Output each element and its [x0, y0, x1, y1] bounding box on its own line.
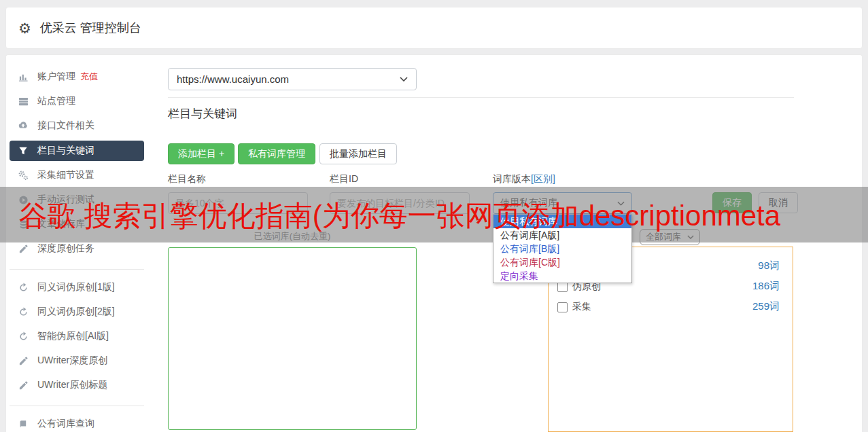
sidebar-item-collection-settings[interactable]: 采集细节设置 — [10, 165, 144, 185]
sidebar-item-label: 采集细节设置 — [37, 169, 94, 181]
lexicon-word-count[interactable]: 98词 — [714, 259, 780, 272]
app-title: 优采云 管理控制台 — [40, 20, 141, 36]
sidebar-item-uwriter-deep-original[interactable]: UWriter深度原创 — [10, 350, 144, 371]
site-url-value: https://www.ucaiyun.com — [177, 73, 289, 85]
sidebar-divider — [10, 406, 144, 406]
book-icon — [18, 418, 29, 429]
add-column-button[interactable]: 添加栏目 + — [168, 143, 235, 164]
sidebar-item-synonym-rewrite-v1[interactable]: 同义词伪原创[1版] — [10, 277, 144, 298]
sidebar-item-label: 账户管理 — [37, 71, 75, 83]
sidebar-item-columns-keywords[interactable]: 栏目与关键词 — [10, 141, 144, 161]
sidebar-item-interface-files[interactable]: 接口文件相关 — [10, 115, 144, 136]
server-icon — [18, 96, 29, 107]
dropdown-option-targeted-collection[interactable]: 定向采集 — [493, 269, 631, 283]
sidebar-item-account-management[interactable]: 账户管理充值 — [10, 67, 144, 87]
sidebar-item-label: UWriter原创标题 — [37, 379, 107, 391]
recharge-badge[interactable]: 充值 — [80, 71, 98, 83]
checkbox[interactable] — [557, 282, 568, 292]
refresh-icon — [18, 331, 29, 342]
sidebar-item-public-lexicon-query[interactable]: 公有词库查询 — [10, 414, 144, 432]
dropdown-option-public-lexicon-b[interactable]: 公有词库[B版] — [493, 242, 631, 255]
page: ⚙ 优采云 管理控制台 账户管理充值站点管理接口文件相关栏目与关键词采集细节设置… — [0, 0, 868, 432]
gears-icon — [18, 170, 29, 181]
lexicon-row-label: 采集 — [572, 301, 591, 313]
batch-add-button[interactable]: 批量添加栏目 — [319, 143, 397, 164]
sidebar-divider — [10, 269, 144, 270]
overlay-caption: 谷歌 搜索引擎优化指南(为你每一张网页添加descriptionmeta — [19, 199, 780, 233]
column-id-label: 栏目ID — [330, 173, 358, 185]
lexicon-version-diff-link[interactable]: [区别] — [531, 173, 555, 184]
sidebar-item-label: 智能伪原创[AI版] — [37, 330, 109, 342]
sidebar-item-label: 接口文件相关 — [37, 120, 94, 132]
lexicon-word-count[interactable]: 186词 — [714, 280, 780, 293]
page-title: 栏目与关键词 — [168, 106, 237, 122]
sidebar-item-label: 深度原创任务 — [37, 242, 94, 255]
edit-icon — [18, 355, 29, 366]
site-url-select[interactable]: https://www.ucaiyun.com — [168, 68, 417, 90]
lexicon-row-row-3: 采集259词 — [557, 300, 782, 314]
sidebar-item-label: 公有词库查询 — [37, 418, 94, 430]
checkbox[interactable] — [557, 302, 568, 312]
app-header: ⚙ 优采云 管理控制台 — [5, 7, 863, 49]
sidebar-item-synonym-rewrite-v2[interactable]: 同义词伪原创[2版] — [10, 302, 144, 322]
sidebar-item-label: 同义词伪原创[2版] — [37, 306, 115, 318]
lexicon-word-count[interactable]: 259词 — [714, 300, 780, 313]
private-lexicon-button[interactable]: 私有词库管理 — [238, 143, 315, 164]
cloud-upload-icon — [18, 120, 29, 131]
selected-lexicon-box[interactable] — [168, 247, 417, 430]
chevron-down-icon — [400, 77, 408, 82]
lexicon-version-label: 词库版本[区别] — [493, 173, 555, 185]
edit-icon — [18, 243, 29, 254]
funnel-icon — [18, 145, 29, 156]
refresh-icon — [18, 282, 29, 293]
sidebar-item-ai-rewrite[interactable]: 智能伪原创[AI版] — [10, 326, 144, 346]
sidebar-item-label: UWriter深度原创 — [37, 355, 107, 367]
sidebar-item-label: 同义词伪原创[1版] — [37, 281, 115, 293]
bar-chart-icon — [18, 71, 29, 82]
refresh-icon — [18, 306, 29, 317]
edit-icon — [18, 380, 29, 391]
gear-icon: ⚙ — [18, 21, 31, 35]
sidebar-item-label: 栏目与关键词 — [37, 145, 94, 157]
divider — [168, 97, 794, 98]
dropdown-option-public-lexicon-c[interactable]: 公有词库[C版] — [493, 255, 631, 269]
sidebar-item-site-management[interactable]: 站点管理 — [10, 91, 144, 111]
sidebar-item-label: 站点管理 — [37, 95, 75, 107]
column-name-label: 栏目名称 — [168, 173, 206, 185]
sidebar-item-uwriter-original-title[interactable]: UWriter原创标题 — [10, 375, 144, 395]
